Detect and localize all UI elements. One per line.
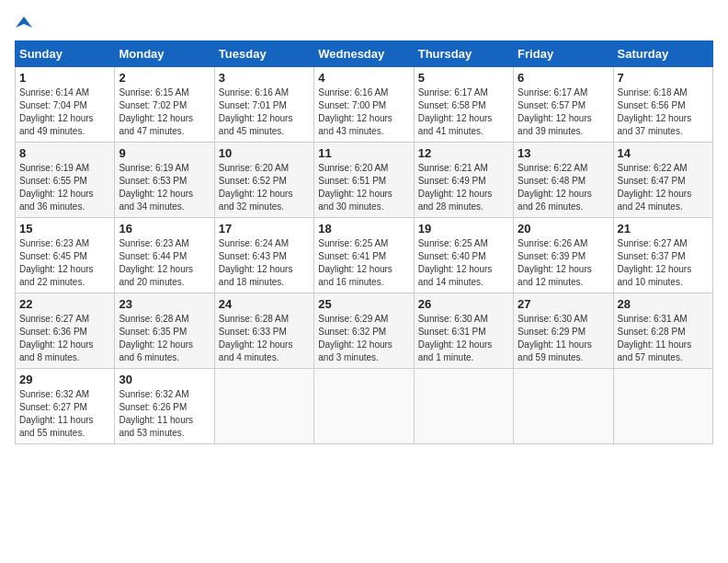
week-row-4: 22Sunrise: 6:27 AM Sunset: 6:36 PM Dayli… <box>16 293 713 369</box>
day-info: Sunrise: 6:26 AM Sunset: 6:39 PM Dayligh… <box>518 237 609 289</box>
day-number: 11 <box>318 146 409 160</box>
calendar-header: SundayMondayTuesdayWednesdayThursdayFrid… <box>16 41 713 67</box>
header-cell-thursday: Thursday <box>414 41 513 67</box>
header-cell-sunday: Sunday <box>16 41 115 67</box>
day-cell: 11Sunrise: 6:20 AM Sunset: 6:51 PM Dayli… <box>314 143 414 218</box>
day-cell: 1Sunrise: 6:14 AM Sunset: 7:04 PM Daylig… <box>16 67 115 143</box>
day-cell <box>414 369 513 444</box>
day-cell: 24Sunrise: 6:28 AM Sunset: 6:33 PM Dayli… <box>214 293 313 369</box>
day-cell: 9Sunrise: 6:19 AM Sunset: 6:53 PM Daylig… <box>115 143 214 218</box>
day-cell: 16Sunrise: 6:23 AM Sunset: 6:44 PM Dayli… <box>115 218 214 293</box>
calendar-table: SundayMondayTuesdayWednesdayThursdayFrid… <box>15 40 713 444</box>
day-info: Sunrise: 6:27 AM Sunset: 6:37 PM Dayligh… <box>618 237 709 289</box>
header-cell-saturday: Saturday <box>613 41 712 67</box>
day-info: Sunrise: 6:23 AM Sunset: 6:45 PM Dayligh… <box>19 237 110 289</box>
week-row-5: 29Sunrise: 6:32 AM Sunset: 6:27 PM Dayli… <box>16 369 713 444</box>
day-info: Sunrise: 6:21 AM Sunset: 6:49 PM Dayligh… <box>418 162 509 213</box>
day-cell: 29Sunrise: 6:32 AM Sunset: 6:27 PM Dayli… <box>16 369 115 444</box>
day-number: 22 <box>19 297 110 311</box>
week-row-1: 1Sunrise: 6:14 AM Sunset: 7:04 PM Daylig… <box>16 67 713 143</box>
logo <box>15 15 32 31</box>
day-info: Sunrise: 6:22 AM Sunset: 6:47 PM Dayligh… <box>618 162 709 213</box>
day-info: Sunrise: 6:15 AM Sunset: 7:02 PM Dayligh… <box>119 86 210 138</box>
day-number: 7 <box>618 71 709 85</box>
day-number: 21 <box>618 222 709 236</box>
day-number: 14 <box>618 146 709 160</box>
day-cell: 2Sunrise: 6:15 AM Sunset: 7:02 PM Daylig… <box>115 67 214 143</box>
day-info: Sunrise: 6:25 AM Sunset: 6:41 PM Dayligh… <box>318 237 409 289</box>
day-info: Sunrise: 6:24 AM Sunset: 6:43 PM Dayligh… <box>219 237 310 289</box>
day-info: Sunrise: 6:30 AM Sunset: 6:31 PM Dayligh… <box>418 313 509 364</box>
header-row: SundayMondayTuesdayWednesdayThursdayFrid… <box>16 41 713 67</box>
day-cell: 21Sunrise: 6:27 AM Sunset: 6:37 PM Dayli… <box>613 218 712 293</box>
day-cell: 8Sunrise: 6:19 AM Sunset: 6:55 PM Daylig… <box>16 143 115 218</box>
day-info: Sunrise: 6:20 AM Sunset: 6:52 PM Dayligh… <box>219 162 310 213</box>
header-cell-friday: Friday <box>514 41 613 67</box>
day-cell <box>314 369 414 444</box>
day-cell: 13Sunrise: 6:22 AM Sunset: 6:48 PM Dayli… <box>514 143 613 218</box>
day-number: 26 <box>418 297 509 311</box>
day-number: 13 <box>518 146 609 160</box>
day-number: 29 <box>19 373 110 386</box>
day-info: Sunrise: 6:32 AM Sunset: 6:26 PM Dayligh… <box>119 388 210 440</box>
day-cell: 12Sunrise: 6:21 AM Sunset: 6:49 PM Dayli… <box>414 143 513 218</box>
day-number: 6 <box>518 71 609 85</box>
day-cell: 5Sunrise: 6:17 AM Sunset: 6:58 PM Daylig… <box>414 67 513 143</box>
svg-marker-0 <box>16 17 32 28</box>
day-cell: 14Sunrise: 6:22 AM Sunset: 6:47 PM Dayli… <box>613 143 712 218</box>
day-cell: 6Sunrise: 6:17 AM Sunset: 6:57 PM Daylig… <box>514 67 613 143</box>
day-cell: 20Sunrise: 6:26 AM Sunset: 6:39 PM Dayli… <box>514 218 613 293</box>
day-info: Sunrise: 6:23 AM Sunset: 6:44 PM Dayligh… <box>119 237 210 289</box>
day-cell: 26Sunrise: 6:30 AM Sunset: 6:31 PM Dayli… <box>414 293 513 369</box>
day-info: Sunrise: 6:27 AM Sunset: 6:36 PM Dayligh… <box>19 313 110 364</box>
day-number: 20 <box>518 222 609 236</box>
header-cell-wednesday: Wednesday <box>314 41 414 67</box>
day-info: Sunrise: 6:16 AM Sunset: 7:00 PM Dayligh… <box>318 86 409 138</box>
day-number: 2 <box>119 71 210 85</box>
day-number: 9 <box>119 146 210 160</box>
day-info: Sunrise: 6:19 AM Sunset: 6:55 PM Dayligh… <box>19 162 110 213</box>
day-number: 16 <box>119 222 210 236</box>
day-cell: 17Sunrise: 6:24 AM Sunset: 6:43 PM Dayli… <box>214 218 313 293</box>
day-number: 5 <box>418 71 509 85</box>
day-info: Sunrise: 6:17 AM Sunset: 6:58 PM Dayligh… <box>418 86 509 138</box>
day-number: 18 <box>318 222 409 236</box>
day-info: Sunrise: 6:22 AM Sunset: 6:48 PM Dayligh… <box>518 162 609 213</box>
day-number: 10 <box>219 146 310 160</box>
day-cell: 3Sunrise: 6:16 AM Sunset: 7:01 PM Daylig… <box>214 67 313 143</box>
header-cell-tuesday: Tuesday <box>214 41 313 67</box>
day-info: Sunrise: 6:20 AM Sunset: 6:51 PM Dayligh… <box>318 162 409 213</box>
day-number: 3 <box>219 71 310 85</box>
day-info: Sunrise: 6:29 AM Sunset: 6:32 PM Dayligh… <box>318 313 409 364</box>
day-info: Sunrise: 6:31 AM Sunset: 6:28 PM Dayligh… <box>618 313 709 364</box>
header-cell-monday: Monday <box>115 41 214 67</box>
day-info: Sunrise: 6:17 AM Sunset: 6:57 PM Dayligh… <box>518 86 609 138</box>
day-number: 30 <box>119 373 210 386</box>
header <box>15 15 713 31</box>
day-cell: 22Sunrise: 6:27 AM Sunset: 6:36 PM Dayli… <box>16 293 115 369</box>
day-info: Sunrise: 6:30 AM Sunset: 6:29 PM Dayligh… <box>518 313 609 364</box>
calendar-body: 1Sunrise: 6:14 AM Sunset: 7:04 PM Daylig… <box>16 67 713 444</box>
day-cell: 28Sunrise: 6:31 AM Sunset: 6:28 PM Dayli… <box>613 293 712 369</box>
day-number: 17 <box>219 222 310 236</box>
day-info: Sunrise: 6:28 AM Sunset: 6:33 PM Dayligh… <box>219 313 310 364</box>
day-cell: 23Sunrise: 6:28 AM Sunset: 6:35 PM Dayli… <box>115 293 214 369</box>
day-cell: 4Sunrise: 6:16 AM Sunset: 7:00 PM Daylig… <box>314 67 414 143</box>
day-number: 19 <box>418 222 509 236</box>
day-number: 8 <box>19 146 110 160</box>
day-info: Sunrise: 6:14 AM Sunset: 7:04 PM Dayligh… <box>19 86 110 138</box>
day-number: 23 <box>119 297 210 311</box>
day-cell: 15Sunrise: 6:23 AM Sunset: 6:45 PM Dayli… <box>16 218 115 293</box>
day-cell: 19Sunrise: 6:25 AM Sunset: 6:40 PM Dayli… <box>414 218 513 293</box>
day-cell: 30Sunrise: 6:32 AM Sunset: 6:26 PM Dayli… <box>115 369 214 444</box>
day-cell: 7Sunrise: 6:18 AM Sunset: 6:56 PM Daylig… <box>613 67 712 143</box>
day-cell <box>514 369 613 444</box>
week-row-3: 15Sunrise: 6:23 AM Sunset: 6:45 PM Dayli… <box>16 218 713 293</box>
day-info: Sunrise: 6:19 AM Sunset: 6:53 PM Dayligh… <box>119 162 210 213</box>
day-info: Sunrise: 6:18 AM Sunset: 6:56 PM Dayligh… <box>618 86 709 138</box>
day-number: 1 <box>19 71 110 85</box>
day-info: Sunrise: 6:28 AM Sunset: 6:35 PM Dayligh… <box>119 313 210 364</box>
day-number: 28 <box>618 297 709 311</box>
day-info: Sunrise: 6:16 AM Sunset: 7:01 PM Dayligh… <box>219 86 310 138</box>
day-number: 12 <box>418 146 509 160</box>
